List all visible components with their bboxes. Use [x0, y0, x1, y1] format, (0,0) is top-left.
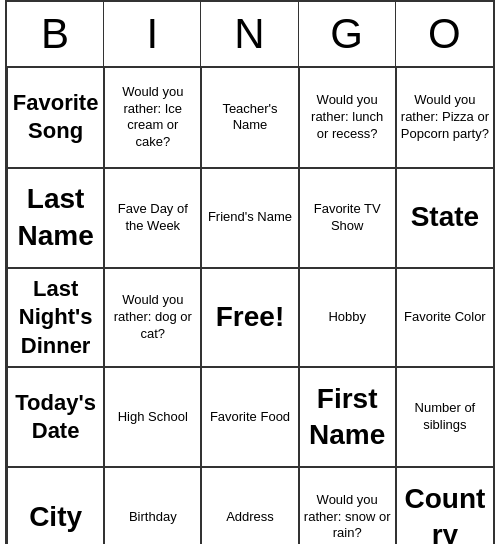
bingo-card: BINGO Favorite SongWould you rather: Ice… [5, 0, 495, 544]
bingo-header: BINGO [7, 2, 493, 68]
bingo-cell: Birthday [104, 467, 201, 544]
bingo-cell: State [396, 168, 493, 268]
bingo-cell: First Name [299, 367, 396, 467]
bingo-cell: Favorite Color [396, 268, 493, 368]
header-letter: G [299, 2, 396, 66]
bingo-cell: Last Night's Dinner [7, 268, 104, 368]
bingo-cell: Friend's Name [201, 168, 298, 268]
bingo-cell: Country [396, 467, 493, 544]
header-letter: B [7, 2, 104, 66]
bingo-cell: Would you rather: dog or cat? [104, 268, 201, 368]
bingo-cell: Teacher's Name [201, 68, 298, 168]
bingo-cell: Free! [201, 268, 298, 368]
bingo-cell: Address [201, 467, 298, 544]
bingo-cell: Number of siblings [396, 367, 493, 467]
bingo-cell: Would you rather: Ice cream or cake? [104, 68, 201, 168]
bingo-cell: Would you rather: lunch or recess? [299, 68, 396, 168]
bingo-cell: Hobby [299, 268, 396, 368]
bingo-cell: Today's Date [7, 367, 104, 467]
bingo-cell: Would you rather: snow or rain? [299, 467, 396, 544]
bingo-cell: Favorite Song [7, 68, 104, 168]
bingo-grid: Favorite SongWould you rather: Ice cream… [7, 68, 493, 544]
bingo-cell: Fave Day of the Week [104, 168, 201, 268]
header-letter: N [201, 2, 298, 66]
bingo-cell: Would you rather: Pizza or Popcorn party… [396, 68, 493, 168]
bingo-cell: Favorite TV Show [299, 168, 396, 268]
header-letter: O [396, 2, 493, 66]
bingo-cell: City [7, 467, 104, 544]
header-letter: I [104, 2, 201, 66]
bingo-cell: Favorite Food [201, 367, 298, 467]
bingo-cell: Last Name [7, 168, 104, 268]
bingo-cell: High School [104, 367, 201, 467]
